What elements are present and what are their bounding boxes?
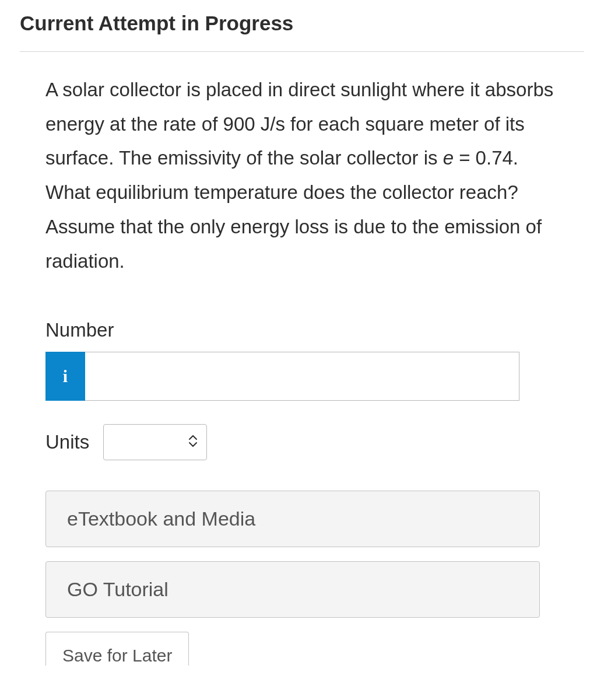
- save-for-later-button[interactable]: Save for Later: [45, 632, 189, 666]
- units-select[interactable]: [103, 424, 207, 460]
- info-icon: i: [63, 366, 68, 386]
- number-input-row: i: [45, 352, 559, 401]
- number-label: Number: [45, 319, 559, 341]
- units-row: Units: [45, 424, 559, 460]
- question-variable: e: [443, 147, 454, 169]
- go-tutorial-button[interactable]: GO Tutorial: [45, 561, 540, 618]
- question-text: A solar collector is placed in direct su…: [45, 73, 559, 278]
- etextbook-button[interactable]: eTextbook and Media: [45, 491, 540, 547]
- units-label: Units: [45, 431, 89, 453]
- page-heading: Current Attempt in Progress: [20, 12, 584, 52]
- info-button[interactable]: i: [45, 352, 85, 401]
- units-select-wrap: [103, 424, 207, 460]
- question-content: A solar collector is placed in direct su…: [20, 73, 584, 666]
- number-input[interactable]: [85, 352, 519, 401]
